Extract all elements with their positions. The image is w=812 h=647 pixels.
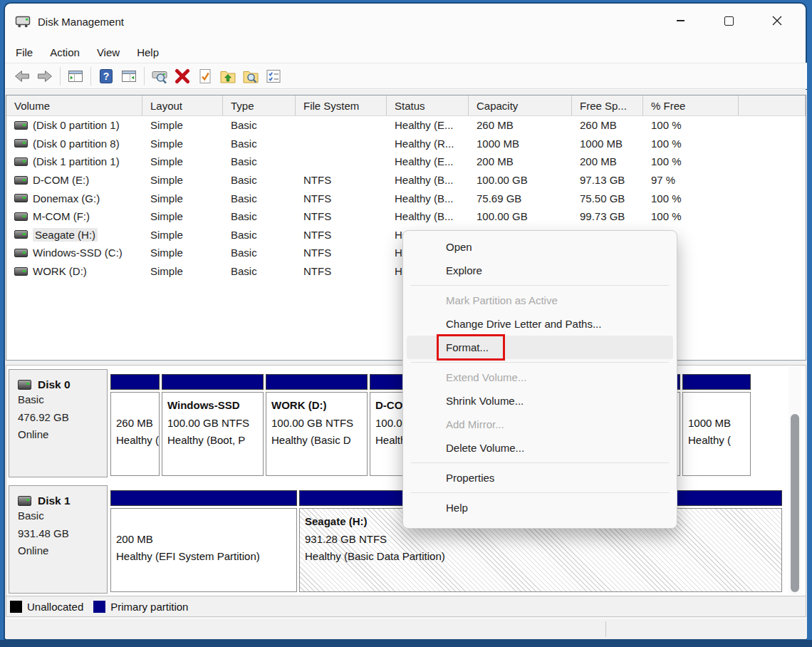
volume-drive-icon [14,212,28,221]
toolbar-mark-partition-button[interactable] [194,66,217,87]
column-header-type[interactable]: Type [223,95,296,115]
toolbar-properties-list-button[interactable] [262,66,285,87]
volume-drive-icon [14,249,28,257]
volume-row-disk-1-partition-1[interactable]: (Disk 1 partition 1)SimpleBasicHealthy (… [6,152,806,171]
status-cell: Healthy (E... [387,152,469,171]
layout-cell: Simple [142,152,223,171]
volume-name: Seagate (H:) [33,228,98,242]
empty-cell [739,226,806,244]
toolbar-show-action-pane-button[interactable] [118,66,140,87]
partition-work-d[interactable]: WORK (D:)100.00 GB NTFSHealthy (Basic D [266,374,368,476]
properties-list-icon [265,68,282,85]
minimize-button[interactable] [665,7,696,34]
volume-name: (Disk 1 partition 1) [33,155,120,167]
legend-swatch-unallocated [10,601,22,613]
volume-row-d-com-e[interactable]: D-COM (E:)SimpleBasicNTFSHealthy (B...10… [6,171,806,190]
menu-view[interactable]: View [88,44,128,61]
volume-cell: (Disk 1 partition 1) [6,152,142,171]
type-cell: Basic [223,207,296,226]
column-header-volume[interactable]: Volume [6,95,142,115]
volume-row-disk-0-partition-8[interactable]: (Disk 0 partition 8)SimpleBasicHealthy (… [6,135,806,153]
disk-name: Disk 0 [38,378,71,391]
toolbar-forward-button[interactable] [33,66,56,87]
volume-row-disk-0-partition-1[interactable]: (Disk 0 partition 1)SimpleBasicHealthy (… [6,116,806,135]
fs-cell [296,135,387,153]
context-menu-item-change-drive-letter-and-paths[interactable]: Change Drive Letter and Paths... [407,312,673,336]
toolbar-explore-folder-button[interactable] [239,66,262,87]
forward-icon [36,68,53,85]
volume-drive-icon [14,121,28,130]
disk-icon [18,380,31,390]
menu-action[interactable]: Action [41,44,88,61]
disk-title: Disk 1 [18,495,107,507]
partition-color-band [266,374,368,390]
partition-body: 1000 MBHealthy ( [682,392,751,476]
status-cell: Healthy (B... [387,189,469,207]
context-menu-item-extend-volume: Extend Volume... [407,366,673,389]
type-cell: Basic [223,226,296,244]
toolbar-open-folder-button[interactable] [217,66,239,87]
legend-bar: UnallocatedPrimary partition [6,596,806,617]
partition-windows-ssd[interactable]: Windows-SSD100.00 GB NTFSHealthy (Boot, … [162,374,264,476]
partition-color-band [162,374,264,390]
context-menu-item-format[interactable]: Format... [407,336,673,359]
column-header-layout[interactable]: Layout [142,95,223,115]
toolbar-delete-volume-button[interactable] [171,66,194,87]
scrollbar-thumb[interactable] [791,414,799,592]
partition-capacity: 1000 MB [688,415,750,433]
status-bar [6,618,806,639]
capacity-cell: 100.00 GB [469,207,572,226]
empty-cell [739,152,806,171]
volume-drive-icon [14,157,28,166]
partition-color-band [110,374,160,390]
toolbar-show-console-tree-button[interactable] [64,66,87,87]
partition-260-mb[interactable]: 260 MBHealthy ( [110,374,160,476]
partition-name: WORK (D:) [271,397,367,415]
context-menu-item-open[interactable]: Open [407,235,673,259]
menu-file[interactable]: File [7,44,41,61]
volume-drive-icon [14,230,28,239]
toolbar-back-button[interactable] [11,66,33,87]
show-action-pane-icon [120,68,137,85]
toolbar-separator [60,67,61,86]
volume-cell: Windows-SSD (C:) [6,244,142,262]
column-header-capacity[interactable]: Capacity [469,95,572,115]
disk-management-app-icon [14,13,31,30]
context-menu-item-shrink-volume[interactable]: Shrink Volume... [407,389,673,413]
disk-header-disk-0[interactable]: Disk 0Basic476.92 GBOnline [9,369,108,477]
partition-status: Healthy (Boot, P [167,432,263,450]
empty-cell [739,244,806,262]
maximize-button[interactable] [713,7,744,34]
toolbar-help-button[interactable]: ? [95,66,118,87]
pct-free-cell: 100 % [643,135,739,153]
context-menu-item-explore[interactable]: Explore [407,259,673,282]
type-cell: Basic [223,116,296,135]
menu-help[interactable]: Help [128,44,167,61]
context-menu-item-properties[interactable]: Properties [407,466,673,490]
column-header-free-sp[interactable]: Free Sp... [572,95,643,115]
legend-label: Primary partition [110,601,188,613]
fs-cell [296,116,387,135]
partition-name [688,397,750,415]
column-header-file-system[interactable]: File System [296,95,387,115]
volume-row-m-com-f[interactable]: M-COM (F:)SimpleBasicNTFSHealthy (B...10… [6,207,806,226]
context-menu-item-help[interactable]: Help [407,496,673,519]
column-header-status[interactable]: Status [387,95,469,115]
pct-free-cell: 97 % [643,171,739,190]
context-menu-item-delete-volume[interactable]: Delete Volume... [407,436,673,460]
column-header-free[interactable]: % Free [643,95,739,115]
volume-drive-icon [14,176,28,185]
type-cell: Basic [223,135,296,153]
window-bottom-edge [0,640,812,647]
legend-item-unallocated: Unallocated [10,601,83,613]
disk-header-disk-1[interactable]: Disk 1Basic931.48 GBOnline [9,485,108,594]
empty-cell [739,189,806,207]
volume-cell: Seagate (H:) [6,226,142,244]
partition-1000-mb[interactable]: 1000 MBHealthy ( [682,374,751,476]
volume-row-donemax-g[interactable]: Donemax (G:)SimpleBasicNTFSHealthy (B...… [6,189,806,207]
svg-text:?: ? [103,71,110,82]
empty-cell [739,116,806,135]
close-button[interactable] [761,7,793,34]
partition-200-mb[interactable]: 200 MBHealthy (EFI System Partition) [110,490,297,592]
toolbar-rescan-disks-button[interactable] [148,66,171,87]
